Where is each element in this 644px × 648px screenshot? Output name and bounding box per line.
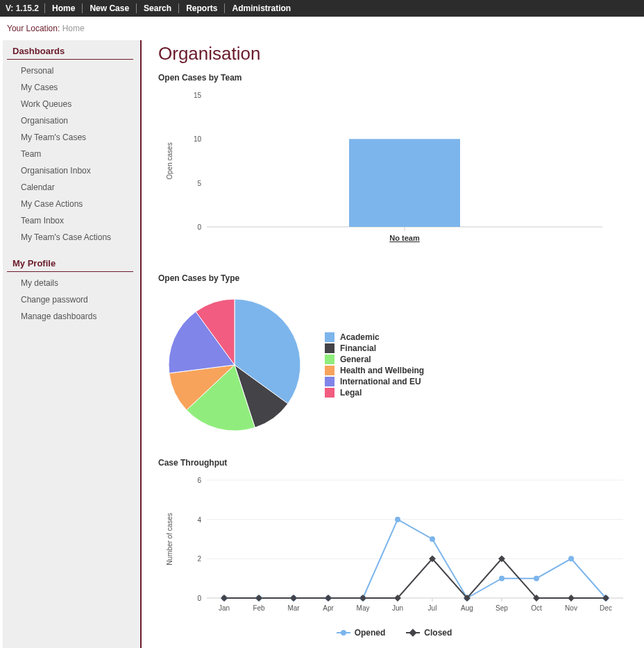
sidebar-item-my-teams-cases[interactable]: My Team's Cases [3,129,140,146]
svg-text:Oct: Oct [531,604,542,612]
svg-rect-55 [255,595,262,602]
sidebar-item-my-teams-case-actions[interactable]: My Team's Case Actions [3,229,140,246]
sidebar-item-organisation-inbox[interactable]: Organisation Inbox [3,162,140,179]
legend-swatch [325,343,334,353]
svg-point-47 [395,517,400,522]
sidebar-item-personal[interactable]: Personal [3,62,140,79]
svg-rect-6 [349,139,460,227]
main-content: Organisation Open Cases by Team 051015Op… [142,40,644,648]
svg-text:2: 2 [197,555,201,563]
svg-text:Jun: Jun [392,604,403,612]
svg-point-67 [341,630,346,636]
svg-rect-58 [359,595,366,602]
svg-text:Number of cases: Number of cases [166,513,173,565]
sidebar-heading-dashboards: Dashboards [7,40,133,60]
legend-swatch [325,377,334,386]
svg-text:4: 4 [197,516,201,524]
svg-text:Dec: Dec [600,604,612,612]
svg-rect-64 [568,595,575,602]
legend-swatch [325,366,334,375]
legend-label: International and EU [340,377,421,386]
legend-label: Legal [340,388,362,398]
line-legend: Opened Closed [158,628,630,638]
chart3-line: 0246Number of casesJanFebMarAprMayJunJul… [158,473,630,638]
pie-legend: AcademicFinancialGeneralHealth and Wellb… [325,331,424,399]
page-title: Organisation [158,43,630,65]
svg-rect-69 [409,629,417,636]
nav-reports[interactable]: Reports [179,3,225,13]
legend-opened-label: Opened [355,628,386,638]
svg-text:Nov: Nov [565,604,577,612]
svg-text:Jan: Jan [219,604,230,612]
svg-text:Feb: Feb [253,604,265,612]
topbar: V: 1.15.2 Home New Case Search Reports A… [0,0,644,17]
svg-point-52 [568,556,574,561]
chart1-title: Open Cases by Team [158,73,630,83]
breadcrumb-label: Your Location: [7,24,60,33]
legend-item[interactable]: Legal [325,388,424,398]
svg-text:Mar: Mar [287,604,300,612]
svg-text:0: 0 [197,595,201,602]
legend-item[interactable]: Health and Wellbeing [325,366,424,375]
legend-opened[interactable]: Opened [337,628,386,638]
sidebar: Dashboards Personal My Cases Work Queues… [3,40,142,648]
legend-closed-label: Closed [424,628,452,638]
legend-label: General [340,355,371,364]
svg-point-51 [534,576,539,581]
svg-text:May: May [357,604,370,612]
legend-item[interactable]: International and EU [325,377,424,386]
legend-item[interactable]: General [325,355,424,364]
svg-text:Open cases: Open cases [166,142,173,179]
nav-administration[interactable]: Administration [225,3,298,13]
sidebar-item-calendar[interactable]: Calendar [3,179,140,196]
svg-point-48 [430,536,435,542]
legend-closed[interactable]: Closed [406,628,452,638]
chart1-bar: 051015Open casesNo team [158,88,630,257]
svg-text:Sep: Sep [495,604,508,612]
sidebar-item-my-cases[interactable]: My Cases [3,79,140,96]
sidebar-item-organisation[interactable]: Organisation [3,112,140,129]
sidebar-item-team[interactable]: Team [3,146,140,162]
chart2-pie: AcademicFinancialGeneralHealth and Wellb… [158,289,630,441]
sidebar-item-work-queues[interactable]: Work Queues [3,96,140,112]
legend-label: Financial [340,343,376,353]
svg-text:Jul: Jul [428,604,437,612]
nav-new-case[interactable]: New Case [83,3,137,13]
svg-text:6: 6 [197,477,201,484]
version-label: V: 1.15.2 [6,3,45,13]
svg-rect-56 [290,595,297,602]
legend-item[interactable]: Academic [325,332,424,342]
sidebar-item-team-inbox[interactable]: Team Inbox [3,212,140,229]
legend-item[interactable]: Financial [325,343,424,353]
legend-swatch [325,355,334,364]
chart3-title: Case Throughput [158,458,630,468]
svg-text:No team: No team [389,234,420,242]
nav-home[interactable]: Home [45,3,83,13]
svg-rect-57 [325,595,332,602]
svg-text:Aug: Aug [461,604,473,612]
sidebar-item-change-password[interactable]: Change password [3,291,140,308]
chart2-title: Open Cases by Type [158,273,630,283]
sidebar-list-my-profile: My details Change password Manage dashbo… [3,275,140,325]
svg-point-50 [499,576,505,581]
nav-search[interactable]: Search [137,3,179,13]
breadcrumb-location[interactable]: Home [62,24,85,33]
sidebar-heading-my-profile: My Profile [7,253,133,272]
svg-text:Apr: Apr [323,604,334,612]
legend-swatch [325,388,334,398]
sidebar-item-my-case-actions[interactable]: My Case Actions [3,196,140,212]
sidebar-item-manage-dashboards[interactable]: Manage dashboards [3,308,140,325]
svg-text:5: 5 [197,180,201,187]
svg-rect-54 [221,595,228,602]
svg-text:15: 15 [194,92,202,99]
svg-text:10: 10 [194,135,202,143]
legend-label: Academic [340,332,380,342]
sidebar-list-dashboards: Personal My Cases Work Queues Organisati… [3,62,140,246]
legend-label: Health and Wellbeing [340,366,424,375]
sidebar-item-my-details[interactable]: My details [3,275,140,291]
legend-swatch [325,332,334,342]
svg-text:0: 0 [197,223,201,231]
breadcrumb: Your Location: Home [0,17,644,40]
